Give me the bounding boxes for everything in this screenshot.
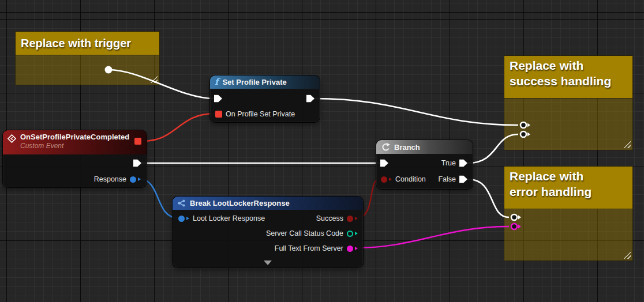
object-pin-icon[interactable]: [178, 216, 185, 222]
node-header[interactable]: Branch: [376, 140, 473, 154]
pin-condition[interactable]: Condition: [381, 175, 426, 183]
pin-label: False: [438, 175, 456, 183]
node-header[interactable]: f Set Profile Private: [210, 76, 320, 89]
pin-response[interactable]: Response: [94, 175, 141, 183]
node-set-profile-private[interactable]: f Set Profile Private On Profile Set Pri…: [210, 76, 320, 122]
node-title: Break LootLockerResponse: [190, 199, 290, 207]
comment-resize-handle[interactable]: [622, 139, 631, 148]
wire-exec-false-to-error: [468, 179, 509, 217]
wire-delegate-event-to-setprofile: [142, 114, 215, 141]
node-title: Set Profile Private: [222, 78, 286, 86]
pin-full-text-from-server[interactable]: Full Text From Server: [275, 244, 358, 252]
node-break-lootlockerresponse[interactable]: Break LootLockerResponse Loot Locker Res…: [173, 197, 363, 267]
exec-in-pin[interactable]: [380, 159, 388, 167]
comment-title[interactable]: Replace with trigger: [16, 32, 159, 55]
pin-wedge-icon: [186, 217, 189, 220]
string-pin-icon[interactable]: [347, 246, 353, 252]
delegate-pin-icon[interactable]: [215, 111, 222, 118]
pin-wedge-icon: [355, 217, 358, 220]
custom-event-icon: [8, 134, 16, 143]
node-title: Branch: [394, 143, 420, 152]
pin-wedge-icon: [389, 178, 392, 181]
comment-replace-with-trigger[interactable]: Replace with trigger: [16, 32, 159, 85]
exec-pin-icon: [133, 159, 141, 167]
pin-label: Success: [316, 214, 343, 222]
node-header[interactable]: Break LootLockerResponse: [173, 197, 363, 210]
pin-label: Server Call Status Code: [266, 229, 343, 237]
exec-pin-icon: [459, 175, 467, 183]
comment-resize-handle[interactable]: [622, 250, 631, 259]
wire-string-fulltext-to-error: [357, 226, 509, 248]
pin-label: Full Text From Server: [275, 244, 343, 252]
comment-title-line1: Replace with: [510, 168, 627, 184]
pin-wedge-icon: [355, 247, 358, 250]
comment-replace-with-error-handling[interactable]: Replace with error handling: [504, 167, 632, 261]
wire-exec-setprofile-to-success: [314, 99, 518, 125]
comment-resize-handle[interactable]: [149, 74, 158, 83]
pin-wedge-icon: [355, 232, 358, 235]
comment-title-line2: success handling: [510, 73, 627, 89]
delegate-out-pin[interactable]: [134, 138, 141, 145]
node-header[interactable]: OnSetProfilePrivateCompleted Custom Even…: [3, 130, 147, 154]
pin-loot-locker-response[interactable]: Loot Locker Response: [178, 214, 265, 222]
pin-label: On Profile Set Private: [226, 110, 295, 118]
branch-icon: [381, 142, 390, 152]
exec-pin-icon: [306, 95, 314, 103]
pin-label: Loot Locker Response: [193, 214, 265, 222]
exec-out-pin[interactable]: [306, 95, 314, 103]
enum-pin-icon[interactable]: [347, 231, 353, 237]
comment-title[interactable]: Replace with success handling: [504, 56, 632, 98]
pin-server-call-status-code[interactable]: Server Call Status Code: [266, 229, 358, 237]
node-title: OnSetProfilePrivateCompleted: [20, 133, 129, 142]
bool-pin-icon[interactable]: [347, 216, 353, 222]
delegate-pin-icon: [134, 138, 141, 145]
function-f-icon: f: [215, 78, 218, 86]
exec-pin-icon: [380, 159, 388, 167]
pin-success[interactable]: Success: [316, 214, 358, 222]
blueprint-graph-canvas[interactable]: Replace with trigger Replace with succes…: [0, 0, 644, 302]
pin-label: Condition: [395, 175, 426, 183]
bool-pin-icon[interactable]: [381, 176, 387, 183]
pin-wedge-icon: [138, 178, 141, 181]
node-subtitle: Custom Event: [20, 142, 129, 150]
exec-pin-icon: [214, 95, 222, 103]
exec-pin-icon: [459, 159, 467, 167]
pin-false[interactable]: False: [438, 175, 467, 183]
node-branch[interactable]: Branch True Condition False: [376, 140, 473, 189]
expand-node-arrow-icon[interactable]: [264, 261, 272, 265]
pin-on-profile-set-private[interactable]: On Profile Set Private: [215, 110, 295, 118]
pin-label: True: [441, 159, 456, 167]
node-onsetprofileprivatecompleted[interactable]: OnSetProfilePrivateCompleted Custom Even…: [3, 130, 147, 187]
break-struct-icon: [177, 199, 186, 207]
exec-out-pin[interactable]: [133, 159, 141, 167]
exec-in-pin[interactable]: [214, 95, 222, 103]
object-pin-icon[interactable]: [130, 176, 136, 183]
comment-replace-with-success-handling[interactable]: Replace with success handling: [504, 56, 632, 150]
comment-title-line1: Replace with: [510, 58, 627, 73]
comment-title[interactable]: Replace with error handling: [504, 167, 632, 209]
pin-true[interactable]: True: [441, 159, 467, 167]
comment-title-line2: error handling: [510, 184, 627, 199]
pin-label: Response: [94, 175, 126, 183]
